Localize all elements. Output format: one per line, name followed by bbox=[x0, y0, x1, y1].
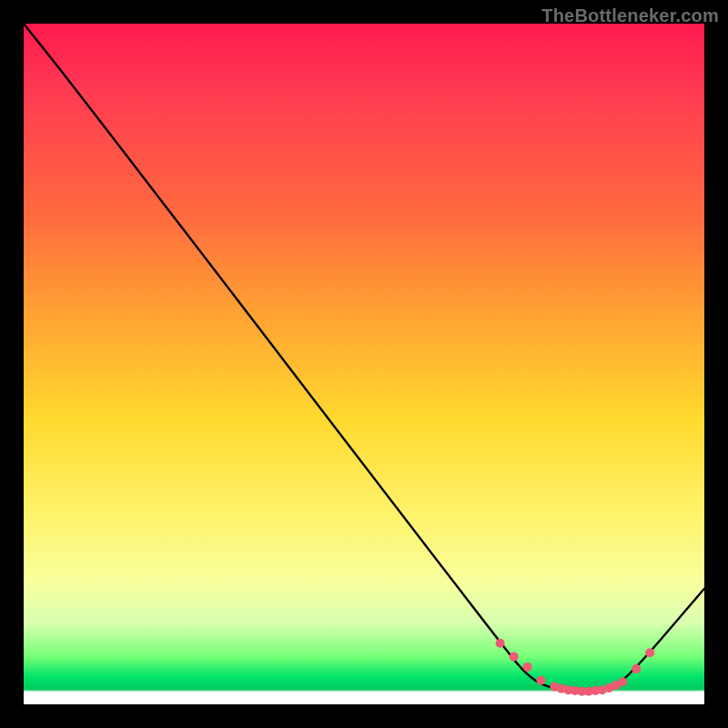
marker-dot bbox=[645, 648, 654, 657]
marker-dot bbox=[632, 664, 641, 673]
chart-stage: TheBottleneker.com bbox=[0, 0, 728, 728]
marker-dot bbox=[510, 652, 519, 662]
plot-area bbox=[24, 24, 704, 704]
marker-dot bbox=[523, 662, 532, 672]
curve-line bbox=[24, 24, 704, 691]
marker-dot bbox=[537, 676, 546, 685]
marker-dot bbox=[496, 639, 505, 648]
chart-svg bbox=[24, 24, 704, 704]
marker-dot bbox=[618, 677, 627, 686]
